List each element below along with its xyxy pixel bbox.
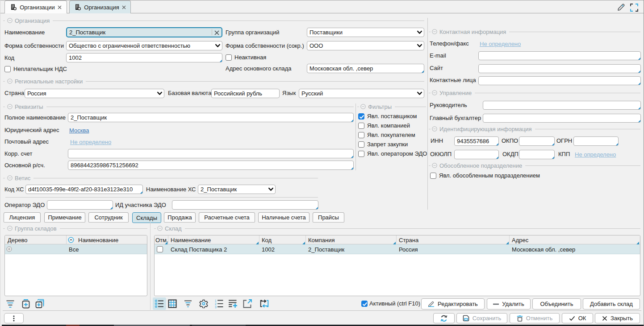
svg-text:1: 1 bbox=[215, 299, 217, 302]
svg-text:2: 2 bbox=[215, 302, 217, 305]
svg-text:3: 3 bbox=[215, 305, 217, 308]
